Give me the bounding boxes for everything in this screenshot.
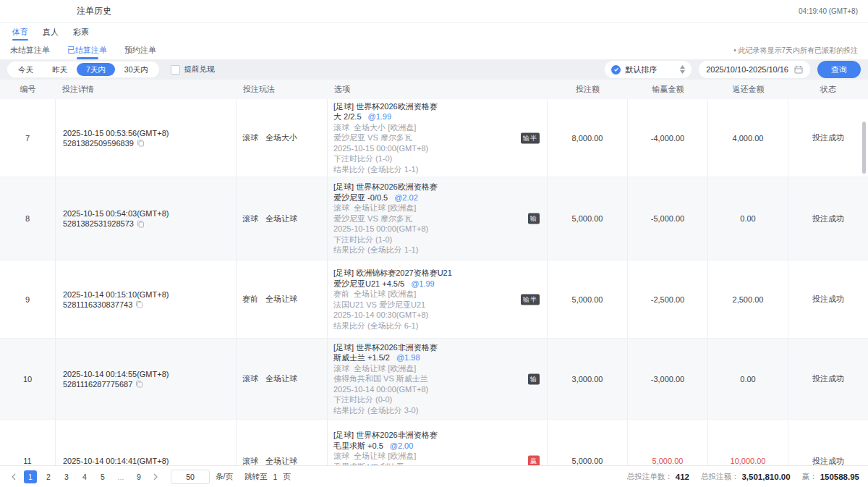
- play-market: 全场让球: [265, 456, 297, 466]
- main-tab-1[interactable]: 体育: [12, 23, 28, 41]
- jump-unit: 页: [283, 472, 291, 482]
- column-header-1: 编号: [0, 80, 56, 99]
- early-cashout-checkbox[interactable]: 提前兑现: [171, 64, 215, 75]
- play-period: 滚球: [242, 456, 258, 466]
- summary-label: 赢：: [802, 472, 817, 482]
- column-header-3: 投注玩法: [237, 80, 328, 99]
- league-name: [足球] 欧洲锦标赛2027资格赛U21: [333, 268, 541, 279]
- option-detail-line: 毛里求斯 VS 利比亚: [333, 462, 541, 466]
- odds-value: @2.00: [390, 441, 414, 450]
- pick-line: 爱沙尼亚 -0/0.5@2.02: [333, 192, 541, 203]
- page-size-input[interactable]: 50: [171, 470, 210, 484]
- copy-icon[interactable]: [137, 139, 145, 147]
- filter-bar: 今天昨天7天内30天内 提前兑现 默认排序 2025/10/10-2025/10…: [0, 59, 868, 80]
- play-market: 全场让球: [265, 373, 297, 384]
- calendar-icon: [794, 65, 803, 74]
- date-range-value: 2025/10/10-2025/10/16: [706, 65, 788, 74]
- win-loss-amount: -2,500.00: [628, 261, 708, 338]
- bet-id: 5281116287775687: [63, 380, 132, 389]
- summary-label: 总投注单数：: [627, 472, 673, 482]
- page-button-5[interactable]: 5: [96, 470, 109, 483]
- query-button[interactable]: 查询: [817, 61, 861, 78]
- result-badge: 输半: [521, 294, 540, 305]
- main-tab-3[interactable]: 彩票: [73, 23, 89, 41]
- pick-selection: 爱沙尼亚 -0/0.5: [333, 193, 388, 202]
- early-cashout-label: 提前兑现: [184, 64, 215, 75]
- range-option-1[interactable]: 今天: [9, 63, 43, 76]
- summary-item-2: 总投注额：3,501,810.00: [701, 472, 791, 482]
- vertical-scrollbar[interactable]: [862, 122, 866, 174]
- date-range-picker[interactable]: 2025/10/10-2025/10/16: [699, 61, 810, 78]
- bet-detail-cell: 2025-10-15 00:54:03(GMT+8) 5281382531928…: [56, 177, 237, 260]
- column-header-2: 投注详情: [56, 80, 237, 99]
- pick-line: 斯威士兰 +1.5/2@1.98: [333, 352, 541, 363]
- check-circle-icon: [611, 65, 621, 75]
- top-bar: 注单历史 04:19:40 (GMT+8): [0, 0, 868, 23]
- footer-bar: 12345...9 50 条/页 跳转至 1 页 总投注单数：412总投注额：3…: [0, 465, 868, 487]
- bet-id-line: 5281382509596839: [63, 139, 236, 148]
- stake-amount: 3,000.00: [548, 339, 628, 419]
- jump-page-value[interactable]: 1: [273, 473, 277, 481]
- main-tab-2[interactable]: 真人: [43, 23, 59, 41]
- row-number: 10: [0, 339, 56, 419]
- league-name: [足球] 世界杯2026非洲资格赛: [333, 342, 541, 353]
- sub-tab-3[interactable]: 预约注单: [124, 41, 156, 59]
- page-button-3[interactable]: 3: [60, 470, 73, 483]
- bet-id: 5281382509596839: [63, 139, 134, 148]
- bet-id: 5281382531928573: [63, 219, 134, 228]
- page-button-2[interactable]: 2: [42, 470, 55, 483]
- sort-dropdown[interactable]: 默认排序: [605, 61, 692, 78]
- pick-line: 爱沙尼亚U21 +4.5/5@1.99: [333, 279, 541, 289]
- refund-amount: 10,000.00: [708, 420, 788, 465]
- sub-tab-1[interactable]: 未结算注单: [10, 41, 50, 59]
- copy-icon[interactable]: [137, 220, 145, 228]
- refund-amount: 0.00: [708, 177, 788, 260]
- play-market: 全场大小: [265, 132, 297, 143]
- option-detail-line: 赛前 全场让球 [欧洲盘]: [333, 289, 541, 300]
- copy-icon[interactable]: [135, 300, 143, 308]
- chevron-left-icon[interactable]: [9, 472, 19, 482]
- option-cell: [足球] 世界杯2026欧洲资格赛 大 2/2.5@1.99 滚球 全场大小 […: [328, 99, 548, 177]
- option-detail-line: 结果比分 (全场比分 1-1): [333, 164, 541, 175]
- page-button-4[interactable]: 4: [78, 470, 91, 483]
- odds-value: @1.99: [368, 112, 392, 121]
- option-cell: [足球] 欧洲锦标赛2027资格赛U21 爱沙尼亚U21 +4.5/5@1.99…: [328, 261, 548, 338]
- result-badge: 输: [528, 213, 540, 224]
- option-detail-lines: 赛前 全场让球 [欧洲盘]法国U21 VS 爱沙尼亚U212025-10-14 …: [333, 289, 541, 331]
- bet-detail-cell: 2025-10-14 00:14:55(GMT+8) 5281116287775…: [56, 339, 237, 419]
- stake-amount: 5,000.00: [548, 420, 628, 465]
- pick-line: 毛里求斯 +0.5@2.00: [333, 441, 541, 452]
- pick-selection: 毛里求斯 +0.5: [333, 441, 383, 450]
- option-detail-line: 爱沙尼亚 VS 摩尔多瓦: [333, 132, 541, 143]
- option-cell: [足球] 世界杯2026非洲资格赛 毛里求斯 +0.5@2.00 滚球 全场让球…: [328, 420, 548, 465]
- sub-tab-2[interactable]: 已结算注单: [67, 41, 107, 59]
- bet-detail-cell: 2025-10-14 00:14:41(GMT+8): [56, 420, 237, 465]
- option-detail-lines: 滚球 全场大小 [欧洲盘]爱沙尼亚 VS 摩尔多瓦2025-10-15 00:0…: [333, 122, 541, 175]
- refund-amount: 2,500.00: [708, 261, 788, 338]
- odds-value: @1.99: [411, 279, 435, 288]
- range-option-4[interactable]: 30天内: [115, 63, 158, 76]
- jump-label: 跳转至: [244, 472, 268, 482]
- copy-icon[interactable]: [135, 380, 143, 388]
- bet-history-page: 注单历史 04:19:40 (GMT+8) 体育真人彩票 未结算注单已结算注单预…: [0, 0, 868, 487]
- odds-value: @1.98: [396, 353, 420, 362]
- current-time: 04:19:40 (GMT+8): [799, 7, 858, 15]
- option-detail-line: 结果比分 (全场比分 6-1): [333, 321, 541, 331]
- checkbox-icon[interactable]: [171, 65, 180, 75]
- league-name: [足球] 世界杯2026非洲资格赛: [333, 430, 541, 441]
- page-button-1[interactable]: 1: [24, 470, 37, 483]
- bet-time: 2025-10-15 00:54:03(GMT+8): [63, 209, 236, 218]
- bet-detail-cell: 2025-10-15 00:53:56(GMT+8) 5281382509596…: [56, 99, 237, 177]
- chevron-right-icon[interactable]: [150, 472, 161, 482]
- option-detail-line: 滚球 全场让球 [欧洲盘]: [333, 203, 541, 213]
- range-option-2[interactable]: 昨天: [43, 63, 77, 76]
- page-button-9[interactable]: 9: [132, 470, 145, 483]
- table-header: 编号投注详情投注玩法选项投注额输赢金额返还金额状态: [0, 80, 868, 99]
- range-option-3[interactable]: 7天内: [77, 63, 115, 76]
- option-detail-line: 下注时比分 (1-0): [333, 234, 541, 245]
- summary-value: 412: [676, 473, 689, 481]
- play-market: 全场让球: [265, 213, 297, 224]
- bet-id-line: 5281382531928573: [63, 219, 236, 228]
- sub-tabs-list: 未结算注单已结算注单预约注单: [10, 41, 156, 59]
- option-detail-lines: 滚球 全场让球 [欧洲盘]毛里求斯 VS 利比亚: [333, 451, 541, 465]
